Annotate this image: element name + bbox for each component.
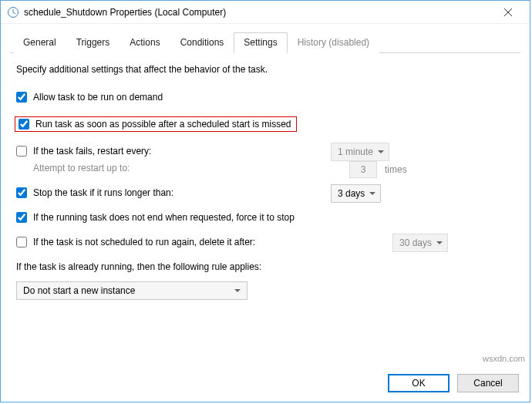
tab-strip: General Triggers Actions Conditions Sett… xyxy=(10,32,520,53)
attempt-count-value: 3 xyxy=(361,164,366,175)
checkbox-run-missed[interactable] xyxy=(19,119,29,130)
tab-general[interactable]: General xyxy=(13,32,66,53)
row-attempt-count: Attempt to restart up to: 3 times xyxy=(33,163,516,173)
clock-icon xyxy=(7,6,19,19)
row-run-missed: Run task as soon as possible after a sch… xyxy=(15,116,516,132)
label-force-stop: If the running task does not end when re… xyxy=(33,212,295,223)
cancel-label: Cancel xyxy=(473,378,502,389)
cancel-button[interactable]: Cancel xyxy=(457,374,519,392)
settings-panel: Specify additional settings that affect … xyxy=(10,53,520,300)
tab-actions[interactable]: Actions xyxy=(120,32,170,53)
label-attempt: Attempt to restart up to: xyxy=(33,163,130,173)
tab-conditions[interactable]: Conditions xyxy=(170,32,234,53)
row-delete-after: If the task is not scheduled to run agai… xyxy=(15,237,516,247)
label-delete-after: If the task is not scheduled to run agai… xyxy=(33,237,255,247)
row-restart-fail: If the task fails, restart every: 1 minu… xyxy=(15,146,516,157)
ok-button[interactable]: OK xyxy=(388,374,450,392)
dropdown-delete-duration[interactable]: 30 days xyxy=(392,234,448,252)
dropdown-stop-duration[interactable]: 3 days xyxy=(331,184,381,203)
dropdown-restart-interval[interactable]: 1 minute xyxy=(331,143,389,161)
dialog-footer: OK Cancel xyxy=(388,374,519,392)
close-button[interactable] xyxy=(493,2,524,23)
row-allow-demand: Allow task to be run on demand xyxy=(15,92,516,103)
label-times: times xyxy=(385,164,407,175)
checkbox-restart-fail[interactable] xyxy=(16,146,27,157)
label-run-missed: Run task as soon as possible after a sch… xyxy=(35,119,291,130)
svg-line-2 xyxy=(13,12,15,14)
ok-label: OK xyxy=(412,378,425,389)
checkbox-force-stop[interactable] xyxy=(16,212,27,223)
tab-history[interactable]: History (disabled) xyxy=(288,32,379,53)
dialog-body: General Triggers Actions Conditions Sett… xyxy=(1,24,530,300)
checkbox-allow-demand[interactable] xyxy=(16,92,27,103)
settings-intro: Specify additional settings that affect … xyxy=(16,64,516,75)
dropdown-running-rule[interactable]: Do not start a new instance xyxy=(16,281,247,300)
window-title: schedule_Shutdown Properties (Local Comp… xyxy=(24,7,493,18)
checkbox-stop-long[interactable] xyxy=(16,187,27,198)
label-allow-demand: Allow task to be run on demand xyxy=(33,92,163,103)
restart-interval-value: 1 minute xyxy=(338,146,373,157)
highlight-run-missed: Run task as soon as possible after a sch… xyxy=(15,116,297,132)
checkbox-delete-after[interactable] xyxy=(16,237,27,247)
tab-settings[interactable]: Settings xyxy=(234,32,287,53)
label-restart-fail: If the task fails, restart every: xyxy=(33,146,151,157)
label-running-rule: If the task is already running, then the… xyxy=(16,261,261,272)
running-rule-value: Do not start a new instance xyxy=(23,285,135,296)
row-force-stop: If the running task does not end when re… xyxy=(15,212,516,223)
properties-dialog: schedule_Shutdown Properties (Local Comp… xyxy=(0,0,530,402)
stop-duration-value: 3 days xyxy=(338,188,365,199)
titlebar: schedule_Shutdown Properties (Local Comp… xyxy=(1,1,530,24)
label-stop-long: Stop the task if it runs longer than: xyxy=(33,187,173,198)
spinner-attempt-count[interactable]: 3 xyxy=(349,161,377,178)
row-stop-long: Stop the task if it runs longer than: 3 … xyxy=(15,187,516,198)
delete-duration-value: 30 days xyxy=(399,237,432,248)
watermark: wsxdn.com xyxy=(483,354,525,363)
close-icon xyxy=(504,8,512,16)
tab-triggers[interactable]: Triggers xyxy=(66,32,120,53)
row-running-rule-label: If the task is already running, then the… xyxy=(15,261,516,272)
